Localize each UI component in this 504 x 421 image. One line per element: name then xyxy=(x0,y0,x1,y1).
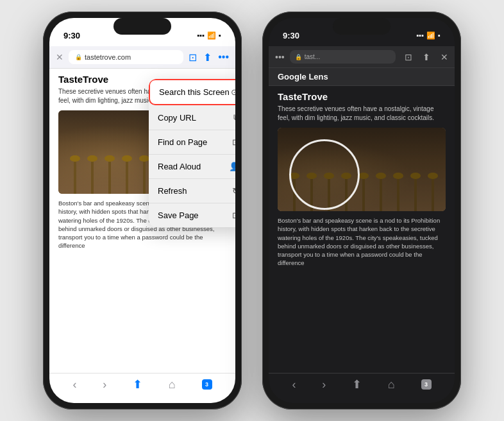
right-phone: 9:30 ▪▪▪ 📶 ▪ ••• 🔒 tast... ⊡ ⬆ ✕ xyxy=(262,12,461,409)
nav-home-icon[interactable]: ⌂ xyxy=(169,378,176,391)
dynamic-island-right xyxy=(333,18,391,35)
menu-item-label: Copy URL xyxy=(158,113,196,123)
menu-item-label: Find on Page xyxy=(158,137,207,147)
right-battery-icon: ▪ xyxy=(438,31,441,39)
copy-icon: ⧉ xyxy=(233,112,235,123)
nav-back-icon[interactable]: ‹ xyxy=(72,378,76,391)
left-status-icons: ▪▪▪ 📶 ▪ xyxy=(197,31,221,40)
nav-forward-icon[interactable]: › xyxy=(103,378,106,391)
lock-icon: 🔒 xyxy=(75,54,82,60)
find-icon: ⊡ xyxy=(232,137,235,147)
right-close-icon[interactable]: ✕ xyxy=(441,52,448,62)
browser-close-button[interactable]: ✕ xyxy=(56,52,63,62)
bar-stool-4 xyxy=(120,155,134,194)
refresh-icon: ↻ xyxy=(232,186,235,196)
right-nav-back-icon[interactable]: ‹ xyxy=(292,378,296,391)
scene: 9:30 ▪▪▪ 📶 ▪ ✕ 🔒 tastetrove.com ⊡ xyxy=(0,0,504,421)
right-bookmark-icon[interactable]: ⊡ xyxy=(405,52,412,62)
search-screen-icon: ⊙ xyxy=(231,87,235,97)
left-time: 9:30 xyxy=(63,31,80,40)
menu-item-copy-url[interactable]: Copy URL ⧉ xyxy=(149,105,235,130)
bar-stool-1 xyxy=(68,155,82,194)
nav-share-icon[interactable]: ⬆ xyxy=(133,377,142,391)
dots-menu-icon[interactable]: ••• xyxy=(275,52,285,62)
url-text: tastetrove.com xyxy=(85,53,131,61)
url-bar[interactable]: 🔒 tastetrove.com xyxy=(69,50,183,64)
battery-icon: ▪ xyxy=(219,31,221,39)
right-nav-forward-icon[interactable]: › xyxy=(322,378,326,391)
right-browser-bar: ••• 🔒 tast... ⊡ ⬆ ✕ xyxy=(269,46,455,68)
google-lens-bar: Google Lens xyxy=(269,68,455,86)
menu-item-refresh[interactable]: Refresh ↻ xyxy=(149,179,235,203)
tab-count-badge[interactable]: 3 xyxy=(202,379,212,390)
save-icon: ⊡ xyxy=(232,210,235,220)
right-page-content: TasteTrove These secretive venues often … xyxy=(269,86,455,273)
right-share-icon[interactable]: ⬆ xyxy=(423,52,430,62)
signal-icon: ▪▪▪ xyxy=(197,31,205,39)
left-phone: 9:30 ▪▪▪ 📶 ▪ ✕ 🔒 tastetrove.com ⊡ xyxy=(43,12,242,409)
right-wifi-icon: 📶 xyxy=(426,31,435,40)
menu-item-find-on-page[interactable]: Find on Page ⊡ xyxy=(149,130,235,155)
right-signal-icon: ▪▪▪ xyxy=(416,31,424,39)
right-phone-screen: 9:30 ▪▪▪ 📶 ▪ ••• 🔒 tast... ⊡ ⬆ ✕ xyxy=(269,18,455,403)
right-time: 9:30 xyxy=(283,31,299,40)
context-menu: Search this Screen ⊙ Copy URL ⧉ Find on … xyxy=(149,79,235,227)
menu-item-label: Save Page xyxy=(158,210,199,220)
menu-item-label: Refresh xyxy=(158,186,187,196)
bookmark-icon[interactable]: ⊡ xyxy=(189,51,197,64)
dynamic-island-left xyxy=(113,18,171,35)
right-bar-image xyxy=(278,128,446,211)
lens-overlay xyxy=(278,128,446,211)
menu-item-label: Read Aloud xyxy=(158,162,201,171)
more-icon[interactable]: ••• xyxy=(218,51,229,63)
right-bottom-nav: ‹ › ⬆ ⌂ 3 xyxy=(269,373,455,395)
menu-item-search-screen[interactable]: Search this Screen ⊙ xyxy=(149,79,235,105)
left-browser-chrome: ✕ 🔒 tastetrove.com ⊡ ⬆ ••• xyxy=(49,46,235,69)
left-browser-bar: ✕ 🔒 tastetrove.com ⊡ ⬆ ••• xyxy=(49,46,235,68)
right-intro-text: These secretive venues often have a nost… xyxy=(278,105,446,123)
menu-item-label: Search this Screen xyxy=(159,87,230,97)
bar-stool-2 xyxy=(85,155,99,194)
right-lock-icon: 🔒 xyxy=(295,54,302,60)
browser-action-icons: ⊡ ⬆ ••• xyxy=(189,51,229,64)
right-body-text: Boston's bar and speakeasy scene is a no… xyxy=(278,216,446,268)
right-nav-home-icon[interactable]: ⌂ xyxy=(388,378,395,391)
right-url-text: tast... xyxy=(305,53,320,60)
left-phone-screen: 9:30 ▪▪▪ 📶 ▪ ✕ 🔒 tastetrove.com ⊡ xyxy=(49,18,235,403)
menu-item-read-aloud[interactable]: Read Aloud 👤 xyxy=(149,155,235,179)
right-nav-share-icon[interactable]: ⬆ xyxy=(352,377,362,391)
menu-item-save-page[interactable]: Save Page ⊡ xyxy=(149,203,235,227)
right-site-name: TasteTrove xyxy=(278,91,446,102)
left-bottom-nav: ‹ › ⬆ ⌂ 3 xyxy=(49,373,235,395)
right-url-bar[interactable]: 🔒 tast... xyxy=(290,50,396,64)
right-status-icons: ▪▪▪ 📶 ▪ xyxy=(416,31,441,40)
bar-stool-3 xyxy=(103,155,117,194)
wifi-icon: 📶 xyxy=(207,31,216,40)
right-tab-count-badge[interactable]: 3 xyxy=(421,379,432,390)
google-lens-label: Google Lens xyxy=(278,72,328,82)
read-aloud-icon: 👤 xyxy=(229,162,235,171)
share-icon[interactable]: ⬆ xyxy=(203,51,212,64)
